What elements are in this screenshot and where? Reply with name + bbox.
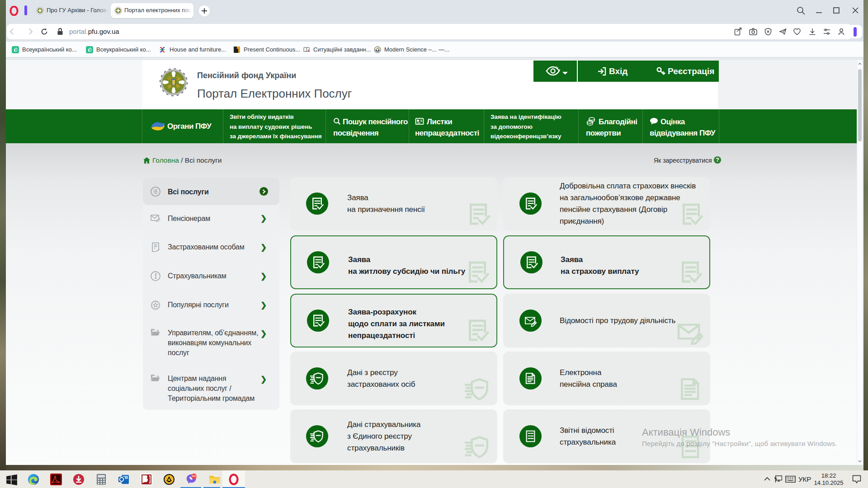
svg-text:469: 469 <box>192 474 197 478</box>
